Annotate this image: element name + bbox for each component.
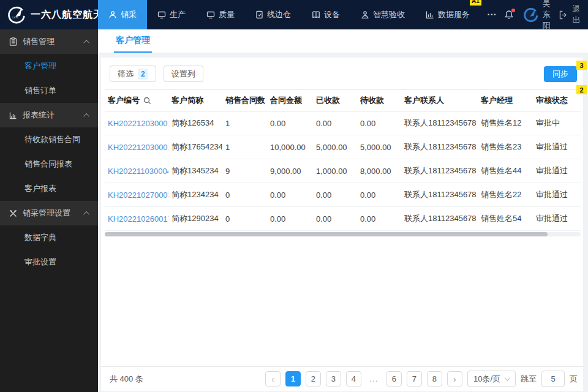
table-row: KH202211030004 简称1345234 9 9,000.00 1,00… [105, 159, 581, 183]
brand-title: 一六八航空航天 [31, 9, 104, 21]
column-header-contract-count: 销售合同数 [222, 90, 267, 111]
customer-table: 客户编号 客户简称 销售合同数 合同金额 已收款 待收款 客户联系人 [105, 89, 581, 231]
search-icon[interactable] [143, 97, 151, 105]
sync-button[interactable]: 同步 [544, 66, 577, 82]
sidebar-group-sales-management[interactable]: 销售管理 [0, 29, 98, 54]
page-button-2[interactable]: 2 [306, 371, 321, 386]
notification-dot [511, 9, 515, 12]
customer-id-link[interactable]: KH202212030001 [105, 135, 168, 159]
company-logo-icon: 1 6 8 [6, 5, 26, 24]
topnav-item-sales-purchase[interactable]: 销采 [98, 0, 147, 29]
page-size-select[interactable]: 10条/页 [467, 371, 516, 387]
annotation-marker-3: 3 [576, 61, 587, 70]
top-menu: 销采 生产 质量 线边仓 [98, 0, 504, 29]
column-header-pending: 待收款 [357, 90, 401, 111]
tab-customer-management[interactable]: 客户管理 [114, 35, 152, 53]
customer-id-link[interactable]: KH202211030004 [105, 159, 168, 183]
logout-button[interactable]: 退出 [559, 4, 580, 26]
topnav-item-equipment[interactable]: 设备 [301, 0, 350, 29]
chevron-down-icon [505, 375, 511, 381]
column-header-customer-id: 客户编号 [108, 95, 140, 106]
column-header-customer-short-name: 客户简称 [168, 90, 222, 111]
jump-page-input[interactable] [541, 371, 565, 387]
topnav-item-production[interactable]: 生产 [147, 0, 196, 29]
user-name: 吴东阳 [542, 0, 550, 31]
status-cell: 审批中 [533, 111, 581, 135]
status-cell: 审批通过 [533, 135, 581, 159]
filter-button[interactable]: 筛选 2 [110, 66, 156, 82]
page-button-3[interactable]: 3 [326, 371, 341, 386]
topnav-item-smart-acceptance[interactable]: 智慧验收 [350, 0, 415, 29]
table-header-row: 客户编号 客户简称 销售合同数 合同金额 已收款 待收款 客户联系人 [105, 90, 581, 111]
topnav-more-button[interactable]: ••• [480, 0, 504, 29]
svg-text:1 6 8: 1 6 8 [12, 16, 18, 19]
clipboard-icon [9, 37, 17, 46]
ellipsis-icon: ••• [488, 12, 497, 18]
horizontal-scrollbar-track[interactable] [105, 232, 581, 236]
bar-chart-icon [426, 10, 434, 19]
table-row: KH202212030001 简称17654234 1 10,000.00 5,… [105, 135, 581, 159]
customer-id-link[interactable]: KH202210260017 [105, 207, 168, 231]
sidebar-item-sales-orders[interactable]: 销售订单 [0, 78, 98, 103]
page-button-4[interactable]: 4 [346, 371, 361, 386]
next-page-button[interactable]: › [447, 371, 462, 386]
sidebar-item-customer-report[interactable]: 客户报表 [0, 176, 98, 201]
page-ellipsis[interactable]: ... [366, 371, 382, 386]
sidebar-item-receivable-sales-contracts[interactable]: 待收款销售合同 [0, 127, 98, 152]
monitor-icon [206, 10, 215, 19]
sidebar: 销售管理 客户管理 销售订单 报表统计 待收款销售合同 销售合同报表 [0, 29, 98, 392]
chevron-up-icon [83, 113, 89, 119]
document-icon [255, 10, 263, 19]
sidebar-group-report-statistics[interactable]: 报表统计 [0, 103, 98, 127]
total-count: 共 400 条 [110, 374, 143, 385]
sidebar-item-data-dictionary[interactable]: 数据字典 [0, 225, 98, 250]
column-header-customer-contact: 客户联系人 [401, 90, 478, 111]
page-button-1[interactable]: 1 [285, 371, 301, 386]
jump-suffix: 页 [570, 374, 578, 385]
status-cell: 审批通过 [533, 183, 581, 207]
horizontal-scrollbar-thumb[interactable] [105, 232, 548, 236]
column-settings-button[interactable]: 设置列 [164, 66, 203, 82]
topnav-item-quality[interactable]: 质量 [196, 0, 245, 29]
column-header-review-status: 审核状态 [533, 90, 581, 111]
page-button-6[interactable]: 6 [386, 371, 402, 386]
top-navbar: 1 6 8 一六八航空航天 销采 生产 质 [0, 0, 588, 29]
filter-count-badge: 2 [138, 69, 148, 80]
customer-id-link[interactable]: KH202212030001 [105, 111, 168, 135]
avatar [522, 7, 538, 23]
annotation-marker-a1: A1 [470, 0, 481, 6]
monitor-icon [157, 10, 166, 19]
pagination: ‹ 1 2 3 4 ... 6 7 8 › 10条/页 [265, 371, 578, 387]
brand: 1 6 8 一六八航空航天 [0, 0, 98, 29]
topnav-item-line-warehouse[interactable]: 线边仓 [245, 0, 301, 29]
column-header-received: 已收款 [313, 90, 357, 111]
page-button-8[interactable]: 8 [427, 371, 442, 386]
main-area: 客户管理 3 2 筛选 2 设置列 同步 [98, 29, 588, 392]
column-header-contract-amount: 合同金额 [267, 90, 313, 111]
chart-icon [9, 111, 17, 119]
chevron-up-icon [83, 211, 89, 217]
page-button-7[interactable]: 7 [407, 371, 422, 386]
sidebar-item-sales-contract-report[interactable]: 销售合同报表 [0, 152, 98, 176]
sidebar-group-sales-purchase-settings[interactable]: 销采管理设置 [0, 201, 98, 225]
topnav-right: 吴东阳 退出 [504, 0, 588, 29]
table-row: KH202210270003 简称1234234 0 0.00 0.00 0.0… [105, 183, 581, 207]
inspector-icon [361, 10, 369, 19]
table-row: KH202212030001 简称126534 1 0.00 0.00 0.00… [105, 111, 581, 135]
annotation-marker-2: 2 [576, 85, 587, 94]
sidebar-item-approval-settings[interactable]: 审批设置 [0, 250, 98, 274]
status-cell: 审批通过 [533, 159, 581, 183]
chevron-up-icon [83, 39, 89, 45]
customer-card: 3 2 筛选 2 设置列 同步 [101, 58, 583, 391]
notification-bell-icon[interactable] [504, 10, 514, 20]
app-window: 1 6 8 一六八航空航天 销采 生产 质 [0, 0, 588, 392]
sidebar-item-customer-management[interactable]: 客户管理 [0, 54, 98, 78]
prev-page-button[interactable]: ‹ [265, 371, 281, 386]
customer-id-link[interactable]: KH202210270003 [105, 183, 168, 207]
user-menu[interactable]: 吴东阳 [522, 0, 550, 31]
tools-icon [9, 209, 17, 217]
tab-bar: 客户管理 [98, 29, 588, 53]
table-footer: 共 400 条 ‹ 1 2 3 4 ... 6 7 8 › [101, 366, 583, 391]
status-cell: 审批通过 [533, 207, 581, 231]
column-header-customer-manager: 客户经理 [478, 90, 533, 111]
